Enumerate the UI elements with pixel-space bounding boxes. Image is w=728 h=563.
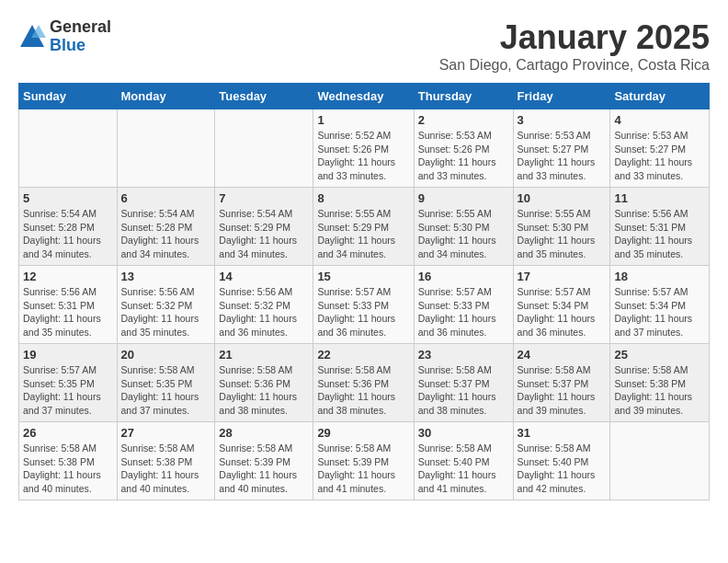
day-info: Sunrise: 5:55 AM Sunset: 5:29 PM Dayligh… bbox=[317, 207, 409, 261]
weekday-header-monday: Monday bbox=[117, 84, 215, 109]
day-info: Sunrise: 5:56 AM Sunset: 5:31 PM Dayligh… bbox=[614, 207, 705, 261]
calendar-cell: 8Sunrise: 5:55 AM Sunset: 5:29 PM Daylig… bbox=[313, 188, 414, 266]
weekday-header-wednesday: Wednesday bbox=[313, 84, 414, 109]
day-number: 10 bbox=[518, 191, 607, 205]
day-number: 20 bbox=[121, 348, 211, 362]
calendar-cell: 25Sunrise: 5:58 AM Sunset: 5:38 PM Dayli… bbox=[610, 344, 710, 422]
day-info: Sunrise: 5:58 AM Sunset: 5:37 PM Dayligh… bbox=[518, 363, 607, 418]
calendar-cell: 29Sunrise: 5:58 AM Sunset: 5:39 PM Dayli… bbox=[313, 422, 414, 500]
weekday-header-saturday: Saturday bbox=[610, 84, 710, 109]
day-number: 19 bbox=[23, 348, 113, 362]
day-number: 23 bbox=[418, 348, 509, 362]
day-number: 15 bbox=[317, 270, 409, 283]
calendar-cell: 26Sunrise: 5:58 AM Sunset: 5:38 PM Dayli… bbox=[19, 422, 118, 500]
calendar-cell: 16Sunrise: 5:57 AM Sunset: 5:33 PM Dayli… bbox=[414, 266, 513, 344]
day-info: Sunrise: 5:57 AM Sunset: 5:34 PM Dayligh… bbox=[614, 285, 705, 339]
calendar-cell: 13Sunrise: 5:56 AM Sunset: 5:32 PM Dayli… bbox=[117, 266, 215, 344]
day-info: Sunrise: 5:55 AM Sunset: 5:30 PM Dayligh… bbox=[518, 207, 607, 261]
calendar-cell: 17Sunrise: 5:57 AM Sunset: 5:34 PM Dayli… bbox=[513, 266, 610, 344]
day-number: 9 bbox=[418, 191, 509, 205]
calendar-week-row: 12Sunrise: 5:56 AM Sunset: 5:31 PM Dayli… bbox=[19, 266, 710, 344]
calendar-cell: 3Sunrise: 5:53 AM Sunset: 5:27 PM Daylig… bbox=[513, 109, 610, 188]
calendar-cell: 30Sunrise: 5:58 AM Sunset: 5:40 PM Dayli… bbox=[414, 422, 513, 500]
day-info: Sunrise: 5:56 AM Sunset: 5:32 PM Dayligh… bbox=[219, 285, 309, 339]
day-number: 31 bbox=[518, 426, 607, 440]
day-number: 30 bbox=[418, 426, 509, 440]
day-info: Sunrise: 5:58 AM Sunset: 5:39 PM Dayligh… bbox=[317, 442, 409, 496]
day-number: 3 bbox=[518, 113, 607, 127]
day-info: Sunrise: 5:58 AM Sunset: 5:36 PM Dayligh… bbox=[317, 363, 409, 418]
calendar-cell: 14Sunrise: 5:56 AM Sunset: 5:32 PM Dayli… bbox=[215, 266, 313, 344]
calendar-cell: 31Sunrise: 5:58 AM Sunset: 5:40 PM Dayli… bbox=[513, 422, 610, 500]
day-number: 22 bbox=[317, 348, 409, 362]
location-subtitle: San Diego, Cartago Province, Costa Rica bbox=[439, 57, 710, 74]
day-number: 16 bbox=[418, 270, 509, 283]
logo-general: General bbox=[50, 18, 111, 37]
day-number: 2 bbox=[418, 113, 509, 127]
calendar-table: SundayMondayTuesdayWednesdayThursdayFrid… bbox=[18, 83, 710, 500]
day-number: 17 bbox=[518, 270, 607, 283]
day-info: Sunrise: 5:56 AM Sunset: 5:32 PM Dayligh… bbox=[121, 285, 211, 339]
day-number: 5 bbox=[23, 191, 113, 205]
calendar-week-row: 5Sunrise: 5:54 AM Sunset: 5:28 PM Daylig… bbox=[19, 188, 710, 266]
day-info: Sunrise: 5:57 AM Sunset: 5:33 PM Dayligh… bbox=[418, 285, 509, 339]
day-info: Sunrise: 5:58 AM Sunset: 5:37 PM Dayligh… bbox=[418, 363, 509, 418]
day-number: 7 bbox=[219, 191, 309, 205]
calendar-cell: 27Sunrise: 5:58 AM Sunset: 5:38 PM Dayli… bbox=[117, 422, 215, 500]
day-info: Sunrise: 5:53 AM Sunset: 5:27 PM Dayligh… bbox=[614, 129, 705, 183]
day-info: Sunrise: 5:57 AM Sunset: 5:33 PM Dayligh… bbox=[317, 285, 409, 339]
day-info: Sunrise: 5:56 AM Sunset: 5:31 PM Dayligh… bbox=[23, 285, 113, 339]
logo-text: General Blue bbox=[50, 18, 111, 55]
day-info: Sunrise: 5:53 AM Sunset: 5:27 PM Dayligh… bbox=[518, 129, 607, 183]
day-info: Sunrise: 5:54 AM Sunset: 5:28 PM Dayligh… bbox=[23, 207, 113, 261]
calendar-cell: 18Sunrise: 5:57 AM Sunset: 5:34 PM Dayli… bbox=[610, 266, 710, 344]
calendar-cell: 15Sunrise: 5:57 AM Sunset: 5:33 PM Dayli… bbox=[313, 266, 414, 344]
weekday-header-sunday: Sunday bbox=[19, 84, 118, 109]
calendar-cell: 19Sunrise: 5:57 AM Sunset: 5:35 PM Dayli… bbox=[19, 344, 118, 422]
day-number: 11 bbox=[614, 191, 705, 205]
day-number: 29 bbox=[317, 426, 409, 440]
page-header: General Blue January 2025 San Diego, Car… bbox=[18, 18, 710, 74]
calendar-cell bbox=[117, 109, 215, 188]
day-number: 27 bbox=[121, 426, 211, 440]
calendar-body: 1Sunrise: 5:52 AM Sunset: 5:26 PM Daylig… bbox=[19, 109, 710, 500]
logo-blue: Blue bbox=[50, 37, 111, 55]
calendar-cell: 24Sunrise: 5:58 AM Sunset: 5:37 PM Dayli… bbox=[513, 344, 610, 422]
day-info: Sunrise: 5:54 AM Sunset: 5:29 PM Dayligh… bbox=[219, 207, 309, 261]
day-number: 8 bbox=[317, 191, 409, 205]
month-title: January 2025 bbox=[439, 18, 710, 57]
calendar-cell bbox=[215, 109, 313, 188]
calendar-cell: 9Sunrise: 5:55 AM Sunset: 5:30 PM Daylig… bbox=[414, 188, 513, 266]
day-number: 25 bbox=[614, 348, 705, 362]
day-info: Sunrise: 5:58 AM Sunset: 5:38 PM Dayligh… bbox=[121, 442, 211, 496]
day-info: Sunrise: 5:55 AM Sunset: 5:30 PM Dayligh… bbox=[418, 207, 509, 261]
calendar-cell bbox=[610, 422, 710, 500]
weekday-header-tuesday: Tuesday bbox=[215, 84, 313, 109]
day-number: 26 bbox=[23, 426, 113, 440]
day-info: Sunrise: 5:53 AM Sunset: 5:26 PM Dayligh… bbox=[418, 129, 509, 183]
day-number: 4 bbox=[614, 113, 705, 127]
calendar-cell: 10Sunrise: 5:55 AM Sunset: 5:30 PM Dayli… bbox=[513, 188, 610, 266]
calendar-week-row: 1Sunrise: 5:52 AM Sunset: 5:26 PM Daylig… bbox=[19, 109, 710, 188]
calendar-week-row: 19Sunrise: 5:57 AM Sunset: 5:35 PM Dayli… bbox=[19, 344, 710, 422]
day-number: 12 bbox=[23, 270, 113, 283]
calendar-cell: 12Sunrise: 5:56 AM Sunset: 5:31 PM Dayli… bbox=[19, 266, 118, 344]
day-info: Sunrise: 5:57 AM Sunset: 5:34 PM Dayligh… bbox=[518, 285, 607, 339]
day-number: 6 bbox=[121, 191, 211, 205]
day-number: 24 bbox=[518, 348, 607, 362]
day-number: 13 bbox=[121, 270, 211, 283]
day-info: Sunrise: 5:58 AM Sunset: 5:40 PM Dayligh… bbox=[518, 442, 607, 496]
calendar-cell: 11Sunrise: 5:56 AM Sunset: 5:31 PM Dayli… bbox=[610, 188, 710, 266]
calendar-cell: 6Sunrise: 5:54 AM Sunset: 5:28 PM Daylig… bbox=[117, 188, 215, 266]
title-section: January 2025 San Diego, Cartago Province… bbox=[439, 18, 710, 74]
calendar-cell bbox=[19, 109, 118, 188]
day-number: 14 bbox=[219, 270, 309, 283]
calendar-cell: 22Sunrise: 5:58 AM Sunset: 5:36 PM Dayli… bbox=[313, 344, 414, 422]
calendar-cell: 5Sunrise: 5:54 AM Sunset: 5:28 PM Daylig… bbox=[19, 188, 118, 266]
weekday-header-row: SundayMondayTuesdayWednesdayThursdayFrid… bbox=[19, 84, 710, 109]
calendar-cell: 28Sunrise: 5:58 AM Sunset: 5:39 PM Dayli… bbox=[215, 422, 313, 500]
day-info: Sunrise: 5:52 AM Sunset: 5:26 PM Dayligh… bbox=[317, 129, 409, 183]
day-info: Sunrise: 5:57 AM Sunset: 5:35 PM Dayligh… bbox=[23, 363, 113, 418]
logo: General Blue bbox=[18, 18, 111, 55]
day-number: 21 bbox=[219, 348, 309, 362]
